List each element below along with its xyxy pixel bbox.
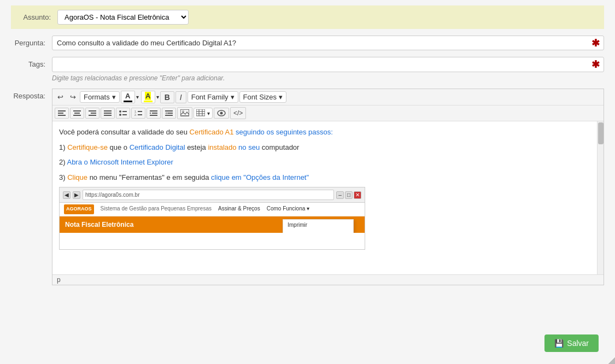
browser-minimize-btn: – [336,191,344,199]
tags-hint: Digite tags relacionadas e pressione "En… [52,74,604,82]
tags-required-star: ✱ [591,58,600,71]
align-left-icon [58,110,66,116]
font-bg-button[interactable]: A [141,91,155,103]
formats-label: Formats [84,93,110,101]
indent-icon [165,110,173,116]
resposta-label: Resposta: [11,89,52,100]
italic-button[interactable]: I [175,91,186,103]
image-button[interactable] [177,107,192,119]
tags-input-wrapper: ✱ [52,57,604,72]
save-btn-area: 💾 Salvar [534,328,610,359]
svg-text:2.: 2. [134,113,137,116]
font-bg-chevron-icon[interactable]: ▾ [156,94,159,100]
svg-rect-19 [138,114,142,115]
bold-button[interactable]: B [160,91,174,103]
scrollbar-thumb [598,122,604,144]
align-right-button[interactable] [85,108,99,119]
font-color-chevron-icon[interactable]: ▾ [136,94,139,100]
align-justify-icon [104,110,112,116]
agoraos-logo: AGORAOS [64,204,94,214]
toolbar-row1: ↩ ↪ Formats ▾ A ▾ A ▾ B I [52,89,604,105]
pergunta-row: Pergunta: ✱ [11,36,604,50]
pergunta-required-star: ✱ [591,37,600,49]
svg-rect-3 [73,110,81,111]
svg-marker-27 [165,113,167,114]
editor-scrollbar[interactable] [597,121,604,274]
svg-rect-25 [167,113,173,114]
table-dropdown[interactable]: ▾ [194,108,213,119]
browser-close-btn: ✕ [354,191,361,199]
undo-button[interactable]: ↩ [55,91,66,103]
formats-chevron-icon: ▾ [112,93,116,101]
svg-rect-15 [122,114,127,115]
tags-row: Tags: ✱ Digite tags relacionadas e press… [11,57,604,82]
content-step3: 3) Clique no menu "Ferramentas" e em seg… [59,172,594,183]
editor-content-wrapper: Você poderá consultar a validade do seu … [52,121,604,274]
visibility-button[interactable] [214,108,229,119]
svg-rect-26 [165,115,173,116]
eye-icon [217,110,226,116]
svg-marker-23 [150,113,151,114]
align-center-icon [73,110,81,116]
browser-restore-btn: □ [345,191,353,199]
content-step1: 1) Certifique-se que o Certificado Digit… [59,142,594,153]
toolbar-row2: 1.2. ▾ </> [52,105,604,121]
font-color-button[interactable]: A [121,91,135,103]
svg-rect-2 [58,115,66,116]
svg-rect-8 [89,115,96,116]
font-family-chevron-icon: ▾ [231,93,235,101]
table-icon [196,109,205,117]
editor-wrapper: ↩ ↪ Formats ▾ A ▾ A ▾ B I [52,89,604,285]
assunto-label: Assunto: [16,13,57,21]
svg-rect-11 [104,115,112,116]
font-family-label: Font Family [191,93,229,101]
save-button[interactable]: 💾 Salvar [544,334,599,352]
svg-rect-9 [104,110,112,111]
image-icon [180,109,189,117]
font-sizes-label: Font Sizes [243,93,277,101]
code-button[interactable]: </> [230,107,246,119]
screenshot-nav: AGORAOS Sistema de Gestão para Pequenas … [60,203,365,216]
svg-rect-20 [150,110,157,111]
font-sizes-dropdown[interactable]: Font Sizes ▾ [239,91,286,103]
browser-back-btn: ◀ [63,191,71,199]
align-right-icon [89,110,96,116]
redo-button[interactable]: ↪ [67,91,79,103]
svg-point-12 [119,110,121,113]
context-menu: Imprimir Arquivos Zoom (100%) Segurança … [283,219,354,233]
svg-rect-24 [165,110,173,111]
list-ordered-button[interactable]: 1.2. [131,108,145,119]
content-step2: 2) Abra o Microsoft Internet Explorer [59,157,594,168]
svg-rect-5 [73,115,81,116]
list-ordered-icon: 1.2. [134,110,142,116]
outdent-button[interactable] [147,108,161,119]
align-center-button[interactable] [70,108,84,119]
svg-rect-30 [196,109,205,116]
tags-input[interactable] [52,57,604,72]
font-bg-a-label: A [145,92,151,100]
menu-arquivos: Arquivos [283,230,353,233]
editor-content[interactable]: Você poderá consultar a validade do seu … [52,121,604,274]
status-tag: p [57,276,61,284]
assunto-row: Assunto: AgoraOS - Nota Fiscal Eletrônic… [11,5,604,29]
assunto-select[interactable]: AgoraOS - Nota Fiscal Eletrônica [57,10,189,25]
svg-rect-28 [180,109,189,116]
content-intro: Você poderá consultar a validade do seu … [59,127,594,138]
save-label: Salvar [567,339,589,348]
font-family-dropdown[interactable]: Font Family ▾ [188,91,238,103]
screenshot-page: AGORAOS Sistema de Gestão para Pequenas … [60,203,365,233]
formats-dropdown[interactable]: Formats ▾ [80,91,120,103]
browser-controls: – □ ✕ [336,191,361,199]
svg-rect-21 [152,113,157,114]
align-left-button[interactable] [55,108,69,119]
svg-rect-6 [89,110,96,111]
svg-rect-1 [58,113,63,114]
indent-button[interactable] [162,108,176,119]
pergunta-input[interactable] [52,36,604,50]
align-justify-button[interactable] [101,108,115,119]
font-color-a-label: A [125,92,130,100]
svg-rect-13 [122,111,127,112]
list-bullet-icon [119,110,127,116]
list-bullet-button[interactable] [116,108,130,119]
site-tagline: Sistema de Gestão para Pequenas Empresas [101,204,212,214]
